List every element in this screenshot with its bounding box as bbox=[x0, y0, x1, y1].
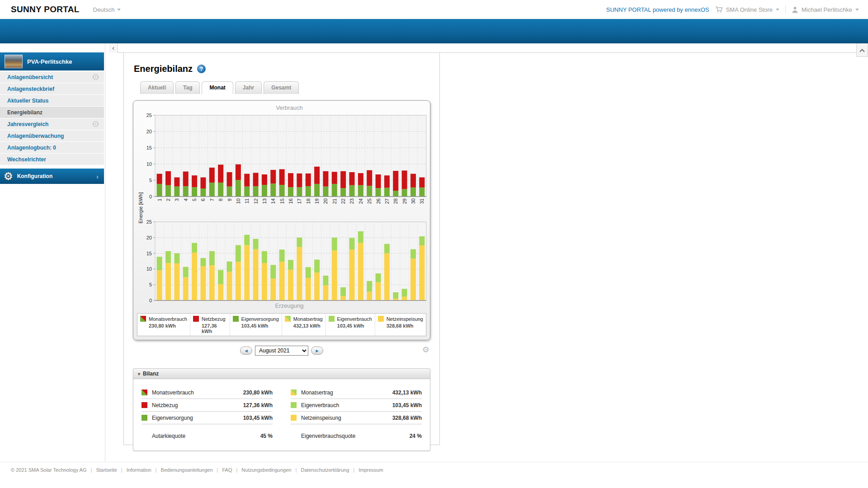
day-label: 30 bbox=[410, 198, 416, 204]
bilanz-row-netzeinspeisung: Netzeinspeisung328,68 kWh bbox=[291, 412, 422, 424]
footer-link-nutzungsbedingungen[interactable]: Nutzungsbedingungen bbox=[241, 467, 291, 473]
legend-item-eigenversorgung: Eigenversorgung103,45 kWh bbox=[230, 314, 282, 336]
footer-link-impressum[interactable]: Impressum bbox=[359, 467, 383, 473]
bar-segment bbox=[376, 174, 381, 188]
sidebar-item-jahresvergleich[interactable]: Jahresvergleich bbox=[0, 118, 104, 130]
plant-header[interactable]: PVA-Perlitschke bbox=[0, 52, 104, 70]
legend-label: Eigenversorgung bbox=[241, 316, 279, 322]
language-selector[interactable]: Deutsch bbox=[93, 6, 121, 13]
bilanz-panel-header[interactable]: ▾ Bilanz bbox=[133, 369, 430, 379]
footer-link-bedienungsanleitungen[interactable]: Bedienungsanleitungen bbox=[161, 467, 213, 473]
bar-segment bbox=[297, 238, 302, 247]
day-label: 5 bbox=[192, 198, 197, 201]
footer-link-datenschutzerklarung[interactable]: Datenschutzerklärung bbox=[301, 467, 349, 473]
bar-segment bbox=[165, 263, 171, 300]
sidebar-item-anlagenlogbuch-0[interactable]: Anlagenlogbuch: 0 bbox=[0, 142, 104, 153]
sidebar-item-anlagenuberwachung[interactable]: Anlagenüberwachung bbox=[0, 130, 104, 141]
chart-settings-gear-icon[interactable]: ⚙ bbox=[422, 346, 429, 354]
footer-link-startseite[interactable]: Startseite bbox=[96, 467, 117, 473]
bar-segment bbox=[340, 296, 346, 300]
bar-segment bbox=[236, 245, 241, 262]
red-swatch-icon bbox=[193, 316, 199, 322]
bar-segment bbox=[367, 186, 372, 197]
day-label: 20 bbox=[323, 198, 328, 204]
powered-by-link[interactable]: SUNNY PORTAL powered by ennexOS bbox=[606, 6, 709, 13]
bar-segment bbox=[332, 184, 337, 197]
bar-segment bbox=[393, 292, 398, 299]
globe-icon bbox=[93, 121, 99, 127]
legend-label: Netzbezug bbox=[202, 316, 226, 322]
bar-segment bbox=[209, 183, 215, 197]
green-yellow-split-swatch-icon bbox=[285, 316, 291, 322]
bar-segment bbox=[192, 243, 197, 253]
bar-segment bbox=[306, 174, 311, 186]
scroll-top-button[interactable] bbox=[856, 43, 868, 57]
sidebar-item-anlagensteckbrief[interactable]: Anlagensteckbrief bbox=[0, 83, 104, 94]
help-icon[interactable]: ? bbox=[197, 65, 206, 73]
bar-segment bbox=[410, 174, 416, 188]
bar-segment bbox=[183, 277, 189, 300]
yellow-swatch-icon bbox=[378, 316, 384, 322]
bar-segment bbox=[183, 186, 189, 197]
bilanz-row-label: Monatsverbrauch bbox=[152, 389, 194, 396]
bar-segment bbox=[183, 172, 189, 186]
legend-value: 328,68 kWh bbox=[387, 323, 423, 328]
tab-gesamt[interactable]: Gesamt bbox=[264, 81, 299, 94]
y-axis-label: Energie [kWh] bbox=[138, 192, 143, 223]
bar-segment bbox=[384, 244, 390, 253]
bar-segment bbox=[323, 187, 328, 197]
next-month-button[interactable]: ▶ bbox=[311, 347, 323, 355]
tab-aktuell[interactable]: Aktuell bbox=[140, 81, 174, 94]
tab-jahr[interactable]: Jahr bbox=[235, 81, 262, 94]
legend-label: Monatsverbrauch bbox=[149, 316, 187, 322]
previous-month-button[interactable]: ◀ bbox=[240, 347, 252, 355]
bar-segment bbox=[227, 172, 232, 187]
bar-segment bbox=[306, 267, 311, 278]
bar-segment bbox=[174, 178, 179, 187]
page-title: Energiebilanz bbox=[134, 64, 193, 74]
footer: © 2021 SMA Solar Technology AG|Startseit… bbox=[0, 462, 868, 473]
day-label: 6 bbox=[200, 198, 206, 201]
day-label: 27 bbox=[384, 198, 390, 204]
sidebar-collapse-button[interactable]: ‹ bbox=[109, 43, 118, 53]
day-label: 2 bbox=[165, 198, 171, 201]
legend-label: Monatsertrag bbox=[293, 316, 323, 322]
sidebar-item-aktueller-status[interactable]: Aktueller Status bbox=[0, 95, 104, 106]
red-green-split-swatch-icon bbox=[140, 316, 146, 322]
day-label: 17 bbox=[297, 198, 302, 204]
bar-segment bbox=[376, 282, 381, 300]
bilanz-title: Bilanz bbox=[143, 371, 159, 377]
top-bar: SUNNY PORTAL Deutsch SUNNY PORTAL powere… bbox=[0, 0, 868, 19]
day-label: 15 bbox=[279, 198, 285, 204]
bar-segment bbox=[244, 245, 250, 300]
sidebar-item-label: Wechselrichter bbox=[7, 156, 46, 163]
chevron-right-icon: › bbox=[96, 173, 99, 180]
day-label: 24 bbox=[358, 198, 363, 204]
bar-segment bbox=[340, 287, 346, 296]
bar-segment bbox=[262, 185, 267, 197]
bar-segment bbox=[218, 183, 223, 197]
tab-monat[interactable]: Monat bbox=[202, 81, 233, 94]
bar-segment bbox=[323, 286, 328, 300]
footer-link-information[interactable]: Information bbox=[127, 467, 151, 473]
sidebar-item-label: Anlagenlogbuch: 0 bbox=[7, 145, 56, 151]
bilanz-row-netzbezug: Netzbezug127,36 kWh bbox=[142, 399, 273, 412]
sidebar-item-wechselrichter[interactable]: Wechselrichter bbox=[0, 154, 104, 165]
bar-segment bbox=[410, 258, 416, 300]
month-select[interactable]: August 2021 bbox=[255, 346, 308, 356]
tab-tag[interactable]: Tag bbox=[175, 81, 200, 94]
chart-legend: Monatsverbrauch230,80 kWhNetzbezug127,36… bbox=[137, 313, 426, 336]
legend-value: 103,45 kWh bbox=[337, 323, 372, 328]
bar-segment bbox=[384, 188, 390, 197]
sidebar-item-energiebilanz[interactable]: Energiebilanz bbox=[0, 107, 104, 118]
sidebar: PVA-Perlitschke AnlagenübersichtAnlagens… bbox=[0, 43, 104, 462]
bar-segment bbox=[376, 188, 381, 197]
footer-link-faq[interactable]: FAQ bbox=[222, 467, 232, 473]
bilanz-row-value: 432,13 kWh bbox=[392, 389, 422, 396]
user-menu[interactable]: Michael Perlitschke bbox=[792, 6, 859, 13]
sidebar-item-konfiguration[interactable]: ⚙ Konfiguration › bbox=[0, 169, 104, 184]
day-label: 28 bbox=[393, 198, 398, 204]
sidebar-item-anlagenubersicht[interactable]: Anlagenübersicht bbox=[0, 71, 104, 83]
online-store-menu[interactable]: SMA Online Store bbox=[715, 6, 779, 13]
day-label: 13 bbox=[262, 198, 267, 204]
